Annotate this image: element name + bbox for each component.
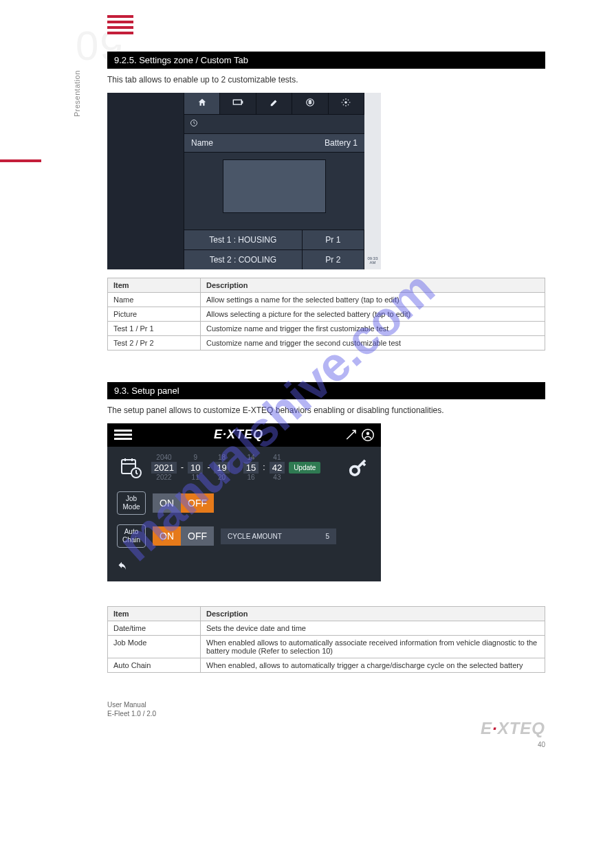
side-marker — [0, 159, 41, 162]
clock-display: 09:33AM — [364, 256, 381, 265]
section-title-2: 9.3. Setup panel — [107, 382, 545, 399]
pr1-button[interactable]: Pr 1 — [303, 230, 364, 249]
draft-icon[interactable] — [345, 429, 358, 441]
screenshot-setup-panel: E·XTEQ 204020212022 - 91011 - 181920 141… — [107, 423, 381, 582]
menu-icon — [107, 12, 133, 37]
key-icon[interactable] — [348, 458, 369, 480]
back-icon[interactable] — [107, 561, 381, 581]
test2-button[interactable]: Test 2 : COOLING — [184, 250, 303, 269]
page-number: 40 — [481, 741, 545, 748]
table-row: Name — [108, 292, 201, 307]
user-avatar-icon[interactable] — [362, 429, 374, 441]
calendar-clock-icon — [117, 456, 144, 478]
test1-button[interactable]: Test 1 : HOUSING — [184, 230, 303, 249]
table-row: Test 2 / Pr 2 — [108, 335, 201, 350]
svg-rect-1 — [233, 100, 241, 104]
picture-placeholder[interactable] — [223, 159, 326, 213]
pr2-button[interactable]: Pr 2 — [303, 250, 364, 269]
date-time-picker[interactable]: 204020212022 - 91011 - 181920 141516 : 4… — [151, 454, 320, 482]
screenshot-custom-tab: S Name Battery 1 — [107, 93, 381, 269]
section-desc-2: The setup panel allows to customize E-XT… — [107, 405, 545, 416]
table-row: Job Mode — [108, 636, 201, 658]
table-setup-panel: Item Description Date/timeSets the devic… — [107, 606, 545, 673]
footer-text: User Manual E-Fleet 1.0 / 2.0 — [107, 700, 545, 718]
section-title-1: 9.2.5. Settings zone / Custom Tab — [107, 52, 545, 69]
col-desc: Description — [201, 278, 545, 292]
col-item: Item — [108, 278, 201, 292]
home-icon[interactable] — [184, 93, 220, 114]
side-label: Presentation — [73, 70, 81, 117]
job-mode-toggle[interactable]: ON OFF — [153, 493, 214, 513]
col-desc: Description — [201, 607, 545, 621]
job-mode-button[interactable]: Job Mode — [117, 491, 146, 515]
svg-point-8 — [366, 432, 370, 435]
name-label: Name — [191, 138, 213, 148]
auto-chain-button[interactable]: Auto Chain — [117, 524, 146, 548]
footer-logo: E·XTEQ — [481, 719, 545, 738]
refresh-dollar-icon[interactable]: S — [292, 93, 328, 114]
gear-icon[interactable] — [329, 93, 364, 114]
battery-icon[interactable] — [220, 93, 256, 114]
col-item: Item — [108, 607, 201, 621]
cycle-amount-field[interactable]: CYCLE AMOUNT 5 — [221, 528, 336, 544]
brand-logo: E·XTEQ — [214, 427, 263, 442]
clock-icon — [184, 115, 364, 134]
update-button[interactable]: Update — [289, 462, 320, 474]
table-row: Test 1 / Pr 1 — [108, 321, 201, 335]
table-row: Picture — [108, 307, 201, 321]
auto-chain-toggle[interactable]: ON OFF — [153, 526, 214, 546]
pencil-icon[interactable] — [256, 93, 292, 114]
svg-point-5 — [345, 101, 348, 104]
table-row: Date/time — [108, 621, 201, 636]
name-value[interactable]: Battery 1 — [325, 138, 358, 148]
svg-rect-2 — [241, 101, 242, 103]
section-desc-1: This tab allows to enable up to 2 custom… — [107, 74, 545, 86]
svg-text:S: S — [309, 100, 311, 104]
menu-icon[interactable] — [114, 427, 132, 442]
table-custom-tab: Item Description NameAllow settings a na… — [107, 278, 545, 350]
table-row: Auto Chain — [108, 658, 201, 673]
